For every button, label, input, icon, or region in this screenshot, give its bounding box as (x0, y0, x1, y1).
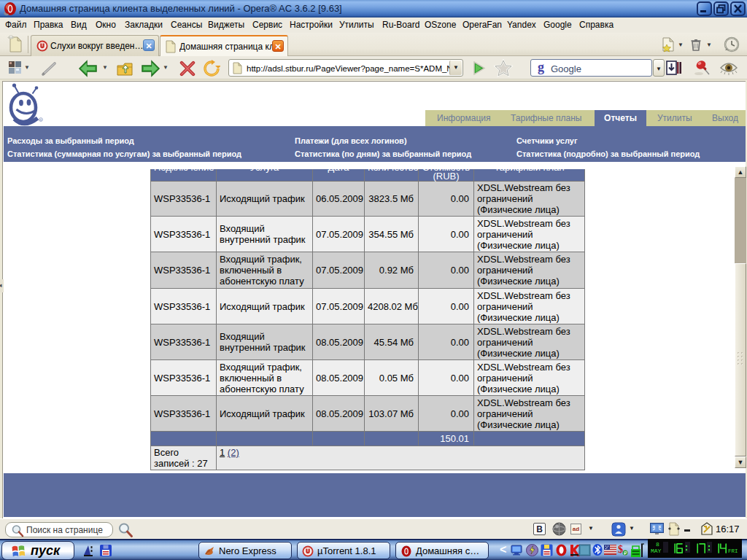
svg-text:R: R (40, 119, 42, 122)
svg-text:$: $ (618, 544, 623, 555)
svg-text:₽: ₽ (624, 551, 627, 556)
svg-text:MAY: MAY (651, 548, 662, 554)
svg-text:8: 8 (656, 541, 659, 548)
svg-text:FRI: FRI (728, 548, 738, 554)
